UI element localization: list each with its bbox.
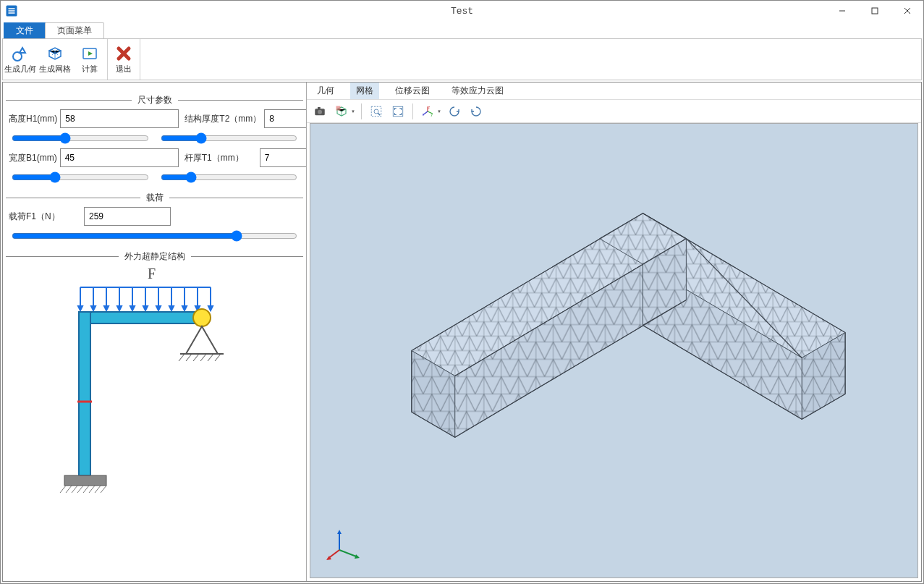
input-t2[interactable] — [264, 109, 307, 128]
ribbon-generate-mesh[interactable]: 生成网格 — [38, 39, 72, 80]
ribbon: 生成几何 生成网格 计算 退出 — [2, 38, 922, 80]
rotate-cw-icon — [470, 105, 483, 118]
label-t1: 杆厚T1（mm） — [185, 152, 257, 164]
viewer-tab-geometry[interactable]: 几何 — [311, 82, 340, 99]
tool-axis-orientation[interactable]: zyx — [419, 103, 436, 120]
cube-style-icon — [335, 105, 348, 118]
rotate-ccw-icon — [448, 105, 461, 118]
svg-line-69 — [339, 550, 358, 557]
label-t2: 结构厚度T2（mm） — [185, 113, 261, 125]
svg-rect-17 — [79, 312, 202, 323]
input-h1[interactable] — [60, 109, 179, 128]
minimize-icon — [839, 7, 846, 14]
maximize-icon — [871, 7, 878, 14]
slider-b1[interactable] — [12, 172, 149, 183]
svg-rect-18 — [79, 312, 90, 475]
label-b1: 宽度B1(mm) — [9, 152, 57, 164]
ribbon-exit[interactable]: 退出 — [108, 39, 140, 80]
diagram-force-label: F — [148, 266, 156, 282]
svg-text:z: z — [428, 105, 431, 109]
section-structure-label: 外力超静定结构 — [119, 250, 191, 263]
titlebar: Test — [1, 1, 923, 21]
svg-text:y: y — [431, 113, 433, 117]
svg-line-43 — [378, 113, 380, 115]
exit-icon — [115, 45, 132, 62]
close-button[interactable] — [891, 1, 923, 21]
input-t1[interactable] — [260, 148, 307, 167]
ribbon-tabstrip: 文件 页面菜单 — [1, 21, 923, 38]
ribbon-generate-geometry[interactable]: 生成几何 — [3, 39, 38, 80]
section-dimensions: 尺寸参数 — [6, 94, 303, 106]
tool-rotate-cw[interactable] — [467, 103, 485, 120]
section-dimensions-label: 尺寸参数 — [132, 94, 178, 106]
chevron-down-icon: ▼ — [351, 109, 355, 114]
svg-point-42 — [374, 109, 378, 114]
geometry-icon — [12, 45, 29, 62]
label-h1: 高度H1(mm) — [9, 113, 57, 125]
svg-rect-40 — [336, 106, 341, 110]
tool-snapshot[interactable] — [311, 103, 329, 120]
tool-rotate-ccw[interactable] — [446, 103, 463, 120]
viewer-tab-displacement[interactable]: 位移云图 — [389, 82, 436, 99]
svg-line-47 — [423, 111, 428, 115]
viewer-tabs: 几何 网格 位移云图 等效应力云图 — [307, 82, 921, 100]
section-structure: 外力超静定结构 — [6, 250, 303, 263]
mesh-icon — [46, 45, 64, 62]
viewport-axis-triad — [326, 525, 363, 562]
section-load-label: 载荷 — [140, 192, 169, 204]
viewport-3d[interactable] — [310, 123, 918, 578]
viewer-tab-stress[interactable]: 等效应力云图 — [446, 82, 509, 99]
tool-display-style[interactable] — [333, 103, 350, 120]
viewer-tab-mesh[interactable]: 网格 — [350, 82, 379, 99]
compute-icon — [81, 45, 98, 62]
svg-rect-1 — [872, 8, 878, 14]
svg-point-29 — [193, 309, 211, 326]
minimize-button[interactable] — [826, 1, 858, 21]
input-b1[interactable] — [60, 148, 179, 167]
svg-rect-39 — [318, 107, 321, 109]
maximize-button[interactable] — [858, 1, 891, 21]
slider-h1[interactable] — [12, 132, 149, 144]
toolbar-separator — [361, 103, 362, 119]
chevron-down-icon: ▼ — [437, 109, 441, 114]
tab-page-menu[interactable]: 页面菜单 — [45, 22, 104, 38]
label-f1: 载荷F1（N） — [9, 211, 81, 223]
tool-zoom-box[interactable] — [368, 103, 385, 120]
slider-f1[interactable] — [12, 230, 297, 242]
close-icon — [904, 7, 911, 14]
toolbar-separator — [412, 103, 413, 119]
zoom-box-icon — [370, 105, 383, 118]
ribbon-generate-mesh-label: 生成网格 — [39, 64, 71, 75]
tool-fit-view[interactable] — [389, 103, 407, 120]
fit-view-icon — [391, 105, 404, 118]
viewer-toolbar: ▼ — [307, 100, 921, 123]
ribbon-generate-geometry-label: 生成几何 — [4, 64, 36, 75]
structure-diagram: F — [50, 266, 260, 497]
window-title: Test — [1, 6, 923, 17]
ribbon-compute-label: 计算 — [82, 64, 98, 75]
ribbon-exit-label: 退出 — [116, 64, 132, 75]
slider-t1[interactable] — [161, 172, 298, 183]
parameter-panel: 尺寸参数 高度H1(mm) 结构厚度T2（mm） 宽度B1(mm) — [3, 82, 307, 581]
slider-t2[interactable] — [161, 132, 298, 144]
section-load: 载荷 — [6, 192, 303, 204]
mesh-rendering — [310, 124, 917, 577]
app-icon — [5, 4, 18, 17]
svg-point-38 — [318, 109, 322, 114]
axis-triad-icon: zyx — [421, 105, 434, 118]
svg-rect-20 — [64, 475, 106, 486]
tab-file[interactable]: 文件 — [4, 22, 46, 38]
ribbon-compute[interactable]: 计算 — [72, 39, 107, 80]
viewer-panel: 几何 网格 位移云图 等效应力云图 — [307, 82, 921, 581]
camera-icon — [313, 105, 326, 118]
svg-text:x: x — [422, 113, 424, 117]
input-f1[interactable] — [84, 207, 171, 226]
